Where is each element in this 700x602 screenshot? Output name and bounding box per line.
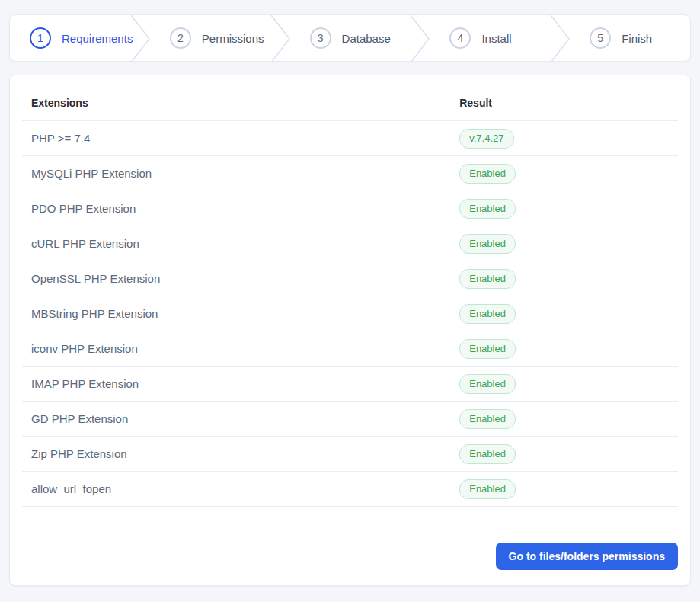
status-badge: Enabled	[459, 479, 516, 499]
extension-name: iconv PHP Extension	[22, 331, 450, 367]
step-requirements: 1 Requirements	[10, 15, 130, 61]
wizard-stepper: 1 Requirements 2 Permissions 3 Database …	[9, 14, 691, 62]
step-label: Database	[342, 32, 391, 45]
status-badge: Enabled	[459, 304, 516, 324]
chevron-separator-icon	[130, 15, 150, 61]
chevron-separator-icon	[410, 15, 430, 61]
go-to-permissions-button[interactable]: Go to files/folders permissions	[496, 543, 678, 570]
status-badge: Enabled	[459, 409, 516, 429]
step-label: Permissions	[202, 32, 264, 45]
table-row: cURL PHP Extension Enabled	[22, 226, 678, 261]
extension-name: OpenSSL PHP Extension	[22, 261, 450, 296]
requirements-table: Extensions Result PHP >= 7.4 v.7.4.27 My…	[22, 82, 678, 507]
status-badge: Enabled	[459, 234, 516, 254]
step-number-circle: 3	[310, 27, 331, 49]
table-row: allow_url_fopen Enabled	[22, 472, 678, 507]
extension-name: MBString PHP Extension	[22, 296, 450, 331]
table-row: iconv PHP Extension Enabled	[22, 331, 678, 367]
table-row: PDO PHP Extension Enabled	[22, 191, 678, 226]
extension-name: PHP >= 7.4	[22, 121, 450, 156]
requirements-card-body: Extensions Result PHP >= 7.4 v.7.4.27 My…	[10, 75, 690, 527]
step-label: Finish	[622, 32, 652, 45]
chevron-separator-icon	[270, 15, 290, 61]
column-header-extensions: Extensions	[22, 82, 450, 121]
table-row: IMAP PHP Extension Enabled	[22, 367, 678, 402]
extension-name: PDO PHP Extension	[22, 191, 450, 226]
card-footer: Go to files/folders permissions	[10, 527, 690, 585]
step-number-circle: 5	[590, 27, 611, 49]
chevron-separator-icon	[550, 15, 570, 61]
step-finish: 5 Finish	[570, 15, 690, 61]
requirements-card: Extensions Result PHP >= 7.4 v.7.4.27 My…	[9, 75, 691, 586]
step-number-circle: 4	[449, 27, 471, 49]
step-number-circle: 1	[30, 27, 51, 49]
status-badge: Enabled	[459, 164, 516, 184]
status-badge: Enabled	[459, 444, 516, 464]
table-row: Zip PHP Extension Enabled	[22, 437, 678, 472]
table-row: OpenSSL PHP Extension Enabled	[22, 261, 678, 296]
step-database: 3 Database	[290, 15, 411, 61]
step-permissions: 2 Permissions	[150, 15, 270, 61]
table-header-row: Extensions Result	[22, 82, 678, 121]
step-label: Install	[481, 32, 511, 45]
table-row: MySQLi PHP Extension Enabled	[22, 156, 678, 191]
status-badge: Enabled	[459, 269, 516, 289]
extension-name: cURL PHP Extension	[22, 226, 450, 261]
table-row: GD PHP Extension Enabled	[22, 402, 678, 437]
extension-name: Zip PHP Extension	[22, 437, 450, 472]
installer-page: 1 Requirements 2 Permissions 3 Database …	[0, 0, 700, 586]
step-label: Requirements	[62, 32, 133, 45]
status-badge: v.7.4.27	[459, 129, 513, 149]
column-header-result: Result	[450, 82, 678, 121]
table-row: PHP >= 7.4 v.7.4.27	[22, 121, 678, 156]
extension-name: allow_url_fopen	[22, 472, 450, 507]
step-number-circle: 2	[170, 27, 191, 49]
status-badge: Enabled	[459, 339, 516, 359]
extension-name: MySQLi PHP Extension	[22, 156, 450, 191]
table-row: MBString PHP Extension Enabled	[22, 296, 678, 331]
status-badge: Enabled	[459, 199, 516, 219]
step-install: 4 Install	[430, 15, 550, 61]
status-badge: Enabled	[459, 374, 516, 394]
extension-name: IMAP PHP Extension	[22, 367, 450, 402]
extension-name: GD PHP Extension	[22, 402, 450, 437]
